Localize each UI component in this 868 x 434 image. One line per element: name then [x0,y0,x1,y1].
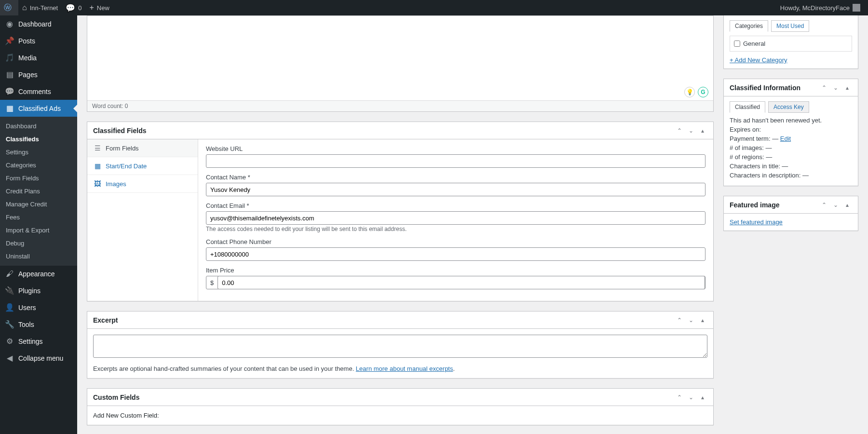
contact-phone-label: Contact Phone Number [206,238,705,245]
menu-users[interactable]: 👤Users [0,299,77,316]
classified-information-box: Classified Information ⌃ ⌄ ▴ Classified … [723,79,858,186]
move-up-icon[interactable]: ⌃ [675,393,684,402]
currency-symbol: $ [206,279,217,286]
sliders-icon: ⚙ [5,337,14,346]
submenu-credit-plans[interactable]: Credit Plans [0,185,77,198]
classified-information-title: Classified Information [730,84,800,92]
menu-media[interactable]: 🎵Media [0,49,77,66]
info-payment-term: Payment term: — Edit [730,135,852,142]
contact-email-field[interactable] [206,211,705,225]
avatar-icon [853,4,860,12]
move-down-icon[interactable]: ⌄ [686,315,696,325]
contact-name-field[interactable] [206,183,705,196]
move-up-icon[interactable]: ⌃ [675,315,684,325]
menu-pages[interactable]: ▤Pages [0,66,77,83]
add-new-category-link[interactable]: + Add New Category [730,56,787,64]
comments-icon: 💬 [5,87,14,96]
category-general: General [734,40,848,47]
toggle-panel-icon[interactable]: ▴ [698,393,707,402]
new-label: New [97,4,109,12]
excerpt-textarea[interactable] [93,335,707,358]
submenu-categories[interactable]: Categories [0,159,77,172]
submenu-uninstall[interactable]: Uninstall [0,250,77,263]
home-icon: ⌂ [22,3,27,12]
menu-collapse[interactable]: ◀Collapse menu [0,350,77,366]
excerpt-box: Excerpt ⌃ ⌄ ▴ Excerpts are optional hand… [87,311,714,379]
my-account-link[interactable]: Howdy, McDirectoryFace [776,0,864,15]
move-up-icon[interactable]: ⌃ [819,83,829,93]
site-name-link[interactable]: ⌂Inn-Ternet [18,0,62,15]
menu-classified-ads[interactable]: ▦Classified Ads [0,100,77,117]
item-price-field[interactable] [217,276,705,289]
category-general-label: General [743,40,765,47]
submenu-classifieds[interactable]: Classifieds [0,133,77,146]
move-down-icon[interactable]: ⌄ [686,393,696,402]
tab-classified[interactable]: Classified [730,101,765,113]
submenu-manage-credit[interactable]: Manage Credit [0,198,77,211]
submenu-classified: Dashboard Classifieds Settings Categorie… [0,117,77,266]
wp-logo[interactable]: ⓦ [0,0,18,15]
new-content-link[interactable]: +New [85,0,113,15]
contact-phone-field[interactable] [206,247,705,261]
menu-comments[interactable]: 💬Comments [0,83,77,100]
move-down-icon[interactable]: ⌄ [831,200,841,210]
submenu-dashboard[interactable]: Dashboard [0,120,77,133]
classified-fields-tabs: ☰Form Fields ▦Start/End Date 🖼Images [87,139,198,301]
tab-categories-most-used[interactable]: Most Used [771,20,809,32]
custom-fields-title: Custom Fields [93,393,139,401]
move-down-icon[interactable]: ⌄ [831,83,841,93]
info-renewed: This ad hasn't been renewed yet. [730,117,852,124]
menu-plugins[interactable]: 🔌Plugins [0,282,77,299]
comments-link[interactable]: 💬0 [62,0,85,15]
submenu-import-export[interactable]: Import & Export [0,224,77,237]
tab-access-key[interactable]: Access Key [768,101,809,113]
menu-posts[interactable]: 📌Posts [0,32,77,49]
toggle-panel-icon[interactable]: ▴ [842,200,852,210]
toggle-panel-icon[interactable]: ▴ [698,315,707,325]
submenu-fees[interactable]: Fees [0,211,77,224]
move-up-icon[interactable]: ⌃ [675,126,684,136]
tab-images[interactable]: 🖼Images [87,175,198,193]
menu-appearance[interactable]: 🖌Appearance [0,266,77,282]
payment-term-edit-link[interactable]: Edit [780,135,791,142]
menu-dashboard[interactable]: ◉Dashboard [0,15,77,32]
info-desc-chars: Characters in description: — [730,172,852,179]
move-down-icon[interactable]: ⌄ [686,126,696,136]
comment-icon: 💬 [66,3,75,13]
toggle-panel-icon[interactable]: ▴ [842,83,852,93]
contact-name-label: Contact Name * [206,174,705,181]
move-up-icon[interactable]: ⌃ [819,200,829,210]
submenu-settings[interactable]: Settings [0,146,77,159]
image-icon: 🖼 [93,180,102,188]
classified-fields-title: Classified Fields [93,127,146,135]
submenu-form-fields[interactable]: Form Fields [0,172,77,185]
wordpress-icon: ⓦ [4,3,12,13]
plus-icon: + [89,3,94,12]
website-url-field[interactable] [206,154,705,168]
learn-more-link[interactable]: Learn more about manual excerpts [356,365,453,372]
grammarly-icon[interactable]: G [698,87,708,97]
set-featured-image-link[interactable]: Set featured image [730,218,783,226]
categories-box: Categories Most Used General + Add New C… [723,15,858,69]
contact-email-help: The access codes needed to edit your lis… [206,226,705,232]
tab-categories-all[interactable]: Categories [730,20,768,32]
content-editor[interactable]: 💡 G [87,16,713,100]
user-icon: 👤 [5,303,14,312]
submenu-debug[interactable]: Debug [0,237,77,250]
featured-image-box: Featured image ⌃ ⌄ ▴ Set featured image [723,196,858,231]
howdy-text: Howdy, McDirectoryFace [780,4,850,12]
category-general-checkbox[interactable] [734,41,740,47]
tab-start-end-date[interactable]: ▦Start/End Date [87,157,198,175]
grammarly-hint-icon[interactable]: 💡 [684,87,695,97]
toggle-panel-icon[interactable]: ▴ [698,126,707,136]
item-price-wrap: $ [206,276,705,289]
menu-settings[interactable]: ⚙Settings [0,333,77,350]
site-name-text: Inn-Ternet [30,4,58,12]
info-title-chars: Characters in title: — [730,163,852,170]
menu-tools[interactable]: 🔧Tools [0,316,77,333]
tab-form-fields[interactable]: ☰Form Fields [87,139,198,157]
classified-icon: ▦ [5,104,14,113]
page-icon: ▤ [5,70,14,79]
word-count-status: Word count: 0 [87,100,713,111]
dashboard-icon: ◉ [5,19,14,28]
